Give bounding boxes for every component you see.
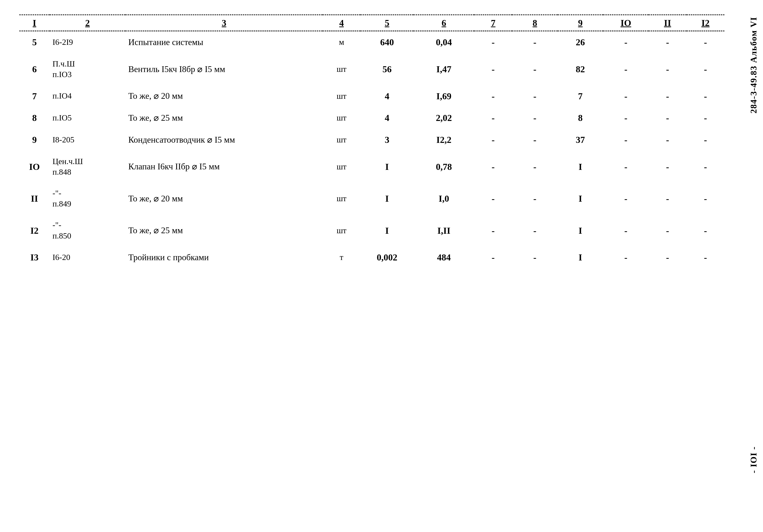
row-col11: - <box>648 183 686 215</box>
row-col9: I <box>558 246 603 268</box>
page-container: 284-3-49.83 Альбом VI - IOI - I 2 3 4 5 <box>0 0 763 532</box>
table-header: I 2 3 4 5 6 7 8 9 IO II I2 <box>19 15 724 31</box>
row-col8: - <box>512 85 558 107</box>
row-price: I,47 <box>413 53 474 85</box>
row-col11: - <box>648 85 686 107</box>
table-row: I3I6-20Тройники с пробкамит0,002484--I--… <box>19 246 724 268</box>
row-unit: шт <box>323 183 361 215</box>
row-price: I2,2 <box>413 129 474 151</box>
row-ref: Цен.ч.Шп.848 <box>50 151 126 183</box>
row-qty: 3 <box>361 129 413 151</box>
row-col10: - <box>603 107 649 129</box>
row-col12: - <box>687 183 724 215</box>
row-price: 484 <box>413 246 474 268</box>
row-col8: - <box>512 215 558 246</box>
row-col10: - <box>603 151 649 183</box>
row-id: 5 <box>19 31 50 53</box>
row-col9: 8 <box>558 107 603 129</box>
row-desc: Конденсатоотводчик ⌀ I5 мм <box>125 129 323 151</box>
row-ref: п.IO5 <box>50 107 126 129</box>
header-col3: 3 <box>125 15 323 31</box>
row-col10: - <box>603 215 649 246</box>
header-col9: 9 <box>558 15 603 31</box>
header-col11: II <box>648 15 686 31</box>
row-col12: - <box>687 151 724 183</box>
row-ref: I6-20 <box>50 246 126 268</box>
row-col11: - <box>648 129 686 151</box>
row-col11: - <box>648 246 686 268</box>
row-col7: - <box>474 129 512 151</box>
table-row: I2-"-п.850То же, ⌀ 25 ммштII,II--I--- <box>19 215 724 246</box>
row-qty: 640 <box>361 31 413 53</box>
header-col1: I <box>19 15 50 31</box>
header-col6: 6 <box>413 15 474 31</box>
side-label-bottom: - IOI - <box>748 436 759 484</box>
table-row: 8п.IO5То же, ⌀ 25 ммшт42,02--8--- <box>19 107 724 129</box>
row-unit: шт <box>323 107 361 129</box>
row-col8: - <box>512 53 558 85</box>
row-col8: - <box>512 246 558 268</box>
table-row: 9I8-205Конденсатоотводчик ⌀ I5 ммшт3I2,2… <box>19 129 724 151</box>
row-id: 6 <box>19 53 50 85</box>
row-ref: I6-2I9 <box>50 31 126 53</box>
row-col8: - <box>512 107 558 129</box>
row-col9: I <box>558 151 603 183</box>
row-qty: 4 <box>361 85 413 107</box>
row-unit: шт <box>323 85 361 107</box>
row-col10: - <box>603 246 649 268</box>
row-col8: - <box>512 151 558 183</box>
row-desc: То же, ⌀ 20 мм <box>125 183 323 215</box>
row-col11: - <box>648 215 686 246</box>
table-row: 6П.ч.Шп.IO3Вентиль I5кч I8бр ⌀ I5 ммшт56… <box>19 53 724 85</box>
row-unit: м <box>323 31 361 53</box>
row-col12: - <box>687 85 724 107</box>
row-desc: Испытание системы <box>125 31 323 53</box>
row-col9: I <box>558 215 603 246</box>
row-desc: Тройники с пробками <box>125 246 323 268</box>
row-col11: - <box>648 31 686 53</box>
row-desc: То же, ⌀ 25 мм <box>125 107 323 129</box>
row-col8: - <box>512 31 558 53</box>
row-desc: Вентиль I5кч I8бр ⌀ I5 мм <box>125 53 323 85</box>
header-col8: 8 <box>512 15 558 31</box>
row-col12: - <box>687 107 724 129</box>
row-col9: I <box>558 183 603 215</box>
row-col12: - <box>687 31 724 53</box>
row-qty: 4 <box>361 107 413 129</box>
row-qty: 56 <box>361 53 413 85</box>
row-col11: - <box>648 53 686 85</box>
row-unit: шт <box>323 129 361 151</box>
row-col8: - <box>512 129 558 151</box>
row-price: I,II <box>413 215 474 246</box>
main-table: I 2 3 4 5 6 7 8 9 IO II I2 5I6-2I9Испыта… <box>19 15 724 268</box>
row-qty: I <box>361 215 413 246</box>
row-price: I,0 <box>413 183 474 215</box>
row-price: 2,02 <box>413 107 474 129</box>
row-unit: шт <box>323 53 361 85</box>
table-row: IOЦен.ч.Шп.848Клапан I6кч IIбр ⌀ I5 ммшт… <box>19 151 724 183</box>
row-col9: 82 <box>558 53 603 85</box>
header-col5: 5 <box>361 15 413 31</box>
row-col9: 37 <box>558 129 603 151</box>
row-col8: - <box>512 183 558 215</box>
row-col7: - <box>474 85 512 107</box>
row-qty: I <box>361 151 413 183</box>
row-desc: То же, ⌀ 25 мм <box>125 215 323 246</box>
row-col12: - <box>687 215 724 246</box>
row-qty: I <box>361 183 413 215</box>
row-id: I2 <box>19 215 50 246</box>
row-col9: 26 <box>558 31 603 53</box>
row-col9: 7 <box>558 85 603 107</box>
row-id: 9 <box>19 129 50 151</box>
header-col7: 7 <box>474 15 512 31</box>
row-price: 0,04 <box>413 31 474 53</box>
row-ref: I8-205 <box>50 129 126 151</box>
row-id: 7 <box>19 85 50 107</box>
row-desc: То же, ⌀ 20 мм <box>125 85 323 107</box>
row-col7: - <box>474 53 512 85</box>
row-col11: - <box>648 151 686 183</box>
row-col7: - <box>474 107 512 129</box>
side-label-top: 284-3-49.83 Альбом VI <box>748 15 759 116</box>
row-col10: - <box>603 183 649 215</box>
row-col12: - <box>687 129 724 151</box>
